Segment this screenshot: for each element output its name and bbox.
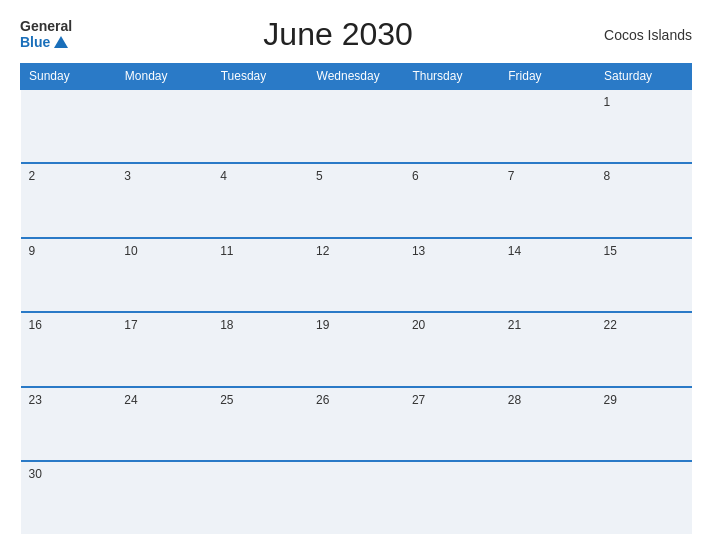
- day-number: 14: [508, 244, 521, 258]
- day-number: 15: [604, 244, 617, 258]
- calendar-day-cell: 26: [308, 387, 404, 461]
- day-number: 2: [29, 169, 36, 183]
- calendar-day-cell: 9: [21, 238, 117, 312]
- calendar-day-cell: 16: [21, 312, 117, 386]
- logo-triangle-icon: [54, 36, 68, 48]
- calendar-day-cell: [500, 89, 596, 163]
- weekday-header-monday: Monday: [116, 64, 212, 90]
- day-number: 1: [604, 95, 611, 109]
- calendar-day-cell: 13: [404, 238, 500, 312]
- logo: General Blue: [20, 19, 72, 50]
- calendar-week-row: 16171819202122: [21, 312, 692, 386]
- weekday-header-friday: Friday: [500, 64, 596, 90]
- calendar-day-cell: 1: [596, 89, 692, 163]
- weekday-header-tuesday: Tuesday: [212, 64, 308, 90]
- day-number: 21: [508, 318, 521, 332]
- day-number: 30: [29, 467, 42, 481]
- calendar-day-cell: 28: [500, 387, 596, 461]
- day-number: 11: [220, 244, 233, 258]
- day-number: 4: [220, 169, 227, 183]
- calendar-day-cell: 30: [21, 461, 117, 534]
- calendar-week-row: 1: [21, 89, 692, 163]
- calendar-day-cell: [212, 89, 308, 163]
- calendar-day-cell: 22: [596, 312, 692, 386]
- day-number: 27: [412, 393, 425, 407]
- calendar-day-cell: 7: [500, 163, 596, 237]
- calendar-table: SundayMondayTuesdayWednesdayThursdayFrid…: [20, 63, 692, 534]
- day-number: 3: [124, 169, 131, 183]
- day-number: 16: [29, 318, 42, 332]
- logo-blue-text: Blue: [20, 35, 72, 50]
- calendar-week-row: 23242526272829: [21, 387, 692, 461]
- day-number: 20: [412, 318, 425, 332]
- weekday-header-wednesday: Wednesday: [308, 64, 404, 90]
- calendar-day-cell: 10: [116, 238, 212, 312]
- calendar-day-cell: 20: [404, 312, 500, 386]
- day-number: 18: [220, 318, 233, 332]
- calendar-day-cell: 21: [500, 312, 596, 386]
- day-number: 12: [316, 244, 329, 258]
- calendar-day-cell: 8: [596, 163, 692, 237]
- day-number: 8: [604, 169, 611, 183]
- day-number: 9: [29, 244, 36, 258]
- calendar-day-cell: [308, 461, 404, 534]
- calendar-day-cell: 5: [308, 163, 404, 237]
- calendar-day-cell: 6: [404, 163, 500, 237]
- day-number: 28: [508, 393, 521, 407]
- calendar-day-cell: [404, 461, 500, 534]
- calendar-title: June 2030: [263, 16, 412, 53]
- day-number: 26: [316, 393, 329, 407]
- weekday-header-thursday: Thursday: [404, 64, 500, 90]
- calendar-day-cell: 14: [500, 238, 596, 312]
- calendar-day-cell: 23: [21, 387, 117, 461]
- calendar-day-cell: 3: [116, 163, 212, 237]
- calendar-day-cell: 4: [212, 163, 308, 237]
- day-number: 17: [124, 318, 137, 332]
- weekday-header-row: SundayMondayTuesdayWednesdayThursdayFrid…: [21, 64, 692, 90]
- weekday-header-saturday: Saturday: [596, 64, 692, 90]
- calendar-week-row: 30: [21, 461, 692, 534]
- calendar-day-cell: 11: [212, 238, 308, 312]
- calendar-day-cell: [116, 89, 212, 163]
- day-number: 25: [220, 393, 233, 407]
- calendar-day-cell: [21, 89, 117, 163]
- logo-general-text: General: [20, 19, 72, 34]
- weekday-header-sunday: Sunday: [21, 64, 117, 90]
- day-number: 24: [124, 393, 137, 407]
- calendar-day-cell: 24: [116, 387, 212, 461]
- day-number: 10: [124, 244, 137, 258]
- calendar-header: General Blue June 2030 Cocos Islands: [20, 16, 692, 53]
- day-number: 23: [29, 393, 42, 407]
- day-number: 7: [508, 169, 515, 183]
- calendar-day-cell: 17: [116, 312, 212, 386]
- calendar-day-cell: [116, 461, 212, 534]
- calendar-day-cell: [500, 461, 596, 534]
- calendar-day-cell: [404, 89, 500, 163]
- day-number: 19: [316, 318, 329, 332]
- calendar-day-cell: 19: [308, 312, 404, 386]
- calendar-day-cell: [596, 461, 692, 534]
- day-number: 22: [604, 318, 617, 332]
- day-number: 29: [604, 393, 617, 407]
- calendar-day-cell: 18: [212, 312, 308, 386]
- calendar-week-row: 2345678: [21, 163, 692, 237]
- calendar-day-cell: [308, 89, 404, 163]
- day-number: 6: [412, 169, 419, 183]
- region-label: Cocos Islands: [604, 27, 692, 43]
- day-number: 5: [316, 169, 323, 183]
- calendar-day-cell: 12: [308, 238, 404, 312]
- calendar-day-cell: [212, 461, 308, 534]
- calendar-day-cell: 15: [596, 238, 692, 312]
- calendar-day-cell: 29: [596, 387, 692, 461]
- calendar-day-cell: 25: [212, 387, 308, 461]
- calendar-day-cell: 2: [21, 163, 117, 237]
- calendar-week-row: 9101112131415: [21, 238, 692, 312]
- calendar-day-cell: 27: [404, 387, 500, 461]
- day-number: 13: [412, 244, 425, 258]
